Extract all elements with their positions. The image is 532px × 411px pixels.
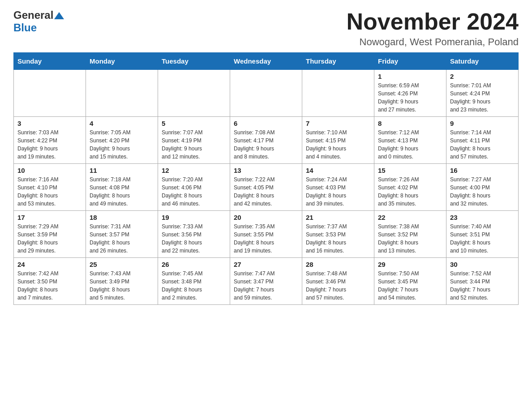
weekday-header-saturday: Saturday <box>446 53 519 70</box>
calendar-cell <box>158 70 230 117</box>
day-info: Sunrise: 7:45 AM Sunset: 3:48 PM Dayligh… <box>162 270 226 302</box>
day-number: 9 <box>450 120 515 127</box>
weekday-header-monday: Monday <box>86 53 158 70</box>
day-info: Sunrise: 7:22 AM Sunset: 4:05 PM Dayligh… <box>234 176 298 208</box>
calendar-cell: 22Sunrise: 7:38 AM Sunset: 3:52 PM Dayli… <box>374 211 446 258</box>
day-number: 10 <box>17 167 82 174</box>
day-info: Sunrise: 6:59 AM Sunset: 4:26 PM Dayligh… <box>378 81 442 114</box>
day-info: Sunrise: 7:33 AM Sunset: 3:56 PM Dayligh… <box>162 223 226 255</box>
day-number: 23 <box>450 214 515 221</box>
calendar-cell: 24Sunrise: 7:42 AM Sunset: 3:50 PM Dayli… <box>14 258 86 305</box>
calendar-cell: 30Sunrise: 7:52 AM Sunset: 3:44 PM Dayli… <box>446 258 519 305</box>
calendar-cell: 29Sunrise: 7:50 AM Sunset: 3:45 PM Dayli… <box>374 258 446 305</box>
day-number: 12 <box>162 167 226 174</box>
day-number: 8 <box>378 120 442 127</box>
day-number: 25 <box>90 261 154 268</box>
calendar-cell: 21Sunrise: 7:37 AM Sunset: 3:53 PM Dayli… <box>302 211 374 258</box>
day-info: Sunrise: 7:42 AM Sunset: 3:50 PM Dayligh… <box>17 270 82 302</box>
calendar-cell: 12Sunrise: 7:20 AM Sunset: 4:06 PM Dayli… <box>158 164 230 211</box>
week-row-5: 24Sunrise: 7:42 AM Sunset: 3:50 PM Dayli… <box>14 258 519 305</box>
week-row-3: 10Sunrise: 7:16 AM Sunset: 4:10 PM Dayli… <box>14 164 519 211</box>
subtitle: Nowogard, West Pomerania, Poland <box>347 36 519 48</box>
day-info: Sunrise: 7:27 AM Sunset: 4:00 PM Dayligh… <box>450 176 515 208</box>
day-info: Sunrise: 7:48 AM Sunset: 3:46 PM Dayligh… <box>306 270 370 302</box>
calendar-cell: 20Sunrise: 7:35 AM Sunset: 3:55 PM Dayli… <box>230 211 302 258</box>
day-number: 21 <box>306 214 370 221</box>
calendar-cell: 27Sunrise: 7:47 AM Sunset: 3:47 PM Dayli… <box>230 258 302 305</box>
day-info: Sunrise: 7:14 AM Sunset: 4:11 PM Dayligh… <box>450 128 515 161</box>
day-number: 2 <box>450 73 515 80</box>
day-info: Sunrise: 7:20 AM Sunset: 4:06 PM Dayligh… <box>162 176 226 208</box>
day-info: Sunrise: 7:52 AM Sunset: 3:44 PM Dayligh… <box>450 270 515 302</box>
calendar-cell: 23Sunrise: 7:40 AM Sunset: 3:51 PM Dayli… <box>446 211 519 258</box>
day-number: 15 <box>378 167 442 174</box>
day-info: Sunrise: 7:18 AM Sunset: 4:08 PM Dayligh… <box>90 176 154 208</box>
calendar: SundayMondayTuesdayWednesdayThursdayFrid… <box>13 52 519 305</box>
calendar-cell: 4Sunrise: 7:05 AM Sunset: 4:20 PM Daylig… <box>86 117 158 164</box>
day-info: Sunrise: 7:40 AM Sunset: 3:51 PM Dayligh… <box>450 223 515 255</box>
day-number: 30 <box>450 261 515 268</box>
calendar-cell: 3Sunrise: 7:03 AM Sunset: 4:22 PM Daylig… <box>14 117 86 164</box>
weekday-header-wednesday: Wednesday <box>230 53 302 70</box>
calendar-cell: 25Sunrise: 7:43 AM Sunset: 3:49 PM Dayli… <box>86 258 158 305</box>
weekday-header-friday: Friday <box>374 53 446 70</box>
day-info: Sunrise: 7:35 AM Sunset: 3:55 PM Dayligh… <box>234 223 298 255</box>
day-info: Sunrise: 7:08 AM Sunset: 4:17 PM Dayligh… <box>234 128 298 161</box>
logo-general-text: General <box>13 9 53 21</box>
calendar-cell: 9Sunrise: 7:14 AM Sunset: 4:11 PM Daylig… <box>446 117 519 164</box>
calendar-cell <box>14 70 86 117</box>
week-row-4: 17Sunrise: 7:29 AM Sunset: 3:59 PM Dayli… <box>14 211 519 258</box>
day-number: 14 <box>306 167 370 174</box>
day-info: Sunrise: 7:31 AM Sunset: 3:57 PM Dayligh… <box>90 223 154 255</box>
day-info: Sunrise: 7:24 AM Sunset: 4:03 PM Dayligh… <box>306 176 370 208</box>
day-info: Sunrise: 7:47 AM Sunset: 3:47 PM Dayligh… <box>234 270 298 302</box>
main-title: November 2024 <box>347 9 519 34</box>
day-number: 11 <box>90 167 154 174</box>
calendar-cell <box>230 70 302 117</box>
day-info: Sunrise: 7:29 AM Sunset: 3:59 PM Dayligh… <box>17 223 82 255</box>
calendar-cell: 26Sunrise: 7:45 AM Sunset: 3:48 PM Dayli… <box>158 258 230 305</box>
week-row-2: 3Sunrise: 7:03 AM Sunset: 4:22 PM Daylig… <box>14 117 519 164</box>
day-number: 29 <box>378 261 442 268</box>
day-number: 13 <box>234 167 298 174</box>
calendar-cell: 6Sunrise: 7:08 AM Sunset: 4:17 PM Daylig… <box>230 117 302 164</box>
day-number: 7 <box>306 120 370 127</box>
day-info: Sunrise: 7:01 AM Sunset: 4:24 PM Dayligh… <box>450 81 515 114</box>
day-number: 28 <box>306 261 370 268</box>
calendar-cell: 1Sunrise: 6:59 AM Sunset: 4:26 PM Daylig… <box>374 70 446 117</box>
day-info: Sunrise: 7:12 AM Sunset: 4:13 PM Dayligh… <box>378 128 442 161</box>
header-row: General Blue November 2024 Nowogard, Wes… <box>13 9 519 48</box>
day-info: Sunrise: 7:50 AM Sunset: 3:45 PM Dayligh… <box>378 270 442 302</box>
calendar-cell: 8Sunrise: 7:12 AM Sunset: 4:13 PM Daylig… <box>374 117 446 164</box>
day-number: 6 <box>234 120 298 127</box>
calendar-cell: 15Sunrise: 7:26 AM Sunset: 4:02 PM Dayli… <box>374 164 446 211</box>
day-number: 19 <box>162 214 226 221</box>
calendar-cell: 19Sunrise: 7:33 AM Sunset: 3:56 PM Dayli… <box>158 211 230 258</box>
day-info: Sunrise: 7:05 AM Sunset: 4:20 PM Dayligh… <box>90 128 154 161</box>
day-info: Sunrise: 7:16 AM Sunset: 4:10 PM Dayligh… <box>17 176 82 208</box>
svg-marker-0 <box>54 12 64 19</box>
day-info: Sunrise: 7:03 AM Sunset: 4:22 PM Dayligh… <box>17 128 82 161</box>
day-info: Sunrise: 7:43 AM Sunset: 3:49 PM Dayligh… <box>90 270 154 302</box>
calendar-cell: 17Sunrise: 7:29 AM Sunset: 3:59 PM Dayli… <box>14 211 86 258</box>
weekday-header-sunday: Sunday <box>14 53 86 70</box>
day-number: 5 <box>162 120 226 127</box>
day-number: 26 <box>162 261 226 268</box>
calendar-cell <box>86 70 158 117</box>
day-number: 1 <box>378 73 442 80</box>
day-number: 27 <box>234 261 298 268</box>
day-number: 20 <box>234 214 298 221</box>
day-info: Sunrise: 7:38 AM Sunset: 3:52 PM Dayligh… <box>378 223 442 255</box>
day-info: Sunrise: 7:07 AM Sunset: 4:19 PM Dayligh… <box>162 128 226 161</box>
logo: General Blue <box>13 9 64 34</box>
calendar-cell: 14Sunrise: 7:24 AM Sunset: 4:03 PM Dayli… <box>302 164 374 211</box>
calendar-cell: 11Sunrise: 7:18 AM Sunset: 4:08 PM Dayli… <box>86 164 158 211</box>
day-number: 24 <box>17 261 82 268</box>
calendar-cell: 28Sunrise: 7:48 AM Sunset: 3:46 PM Dayli… <box>302 258 374 305</box>
calendar-cell: 10Sunrise: 7:16 AM Sunset: 4:10 PM Dayli… <box>14 164 86 211</box>
day-number: 22 <box>378 214 442 221</box>
day-number: 3 <box>17 120 82 127</box>
calendar-cell: 18Sunrise: 7:31 AM Sunset: 3:57 PM Dayli… <box>86 211 158 258</box>
title-block: November 2024 Nowogard, West Pomerania, … <box>347 9 519 48</box>
calendar-cell: 2Sunrise: 7:01 AM Sunset: 4:24 PM Daylig… <box>446 70 519 117</box>
